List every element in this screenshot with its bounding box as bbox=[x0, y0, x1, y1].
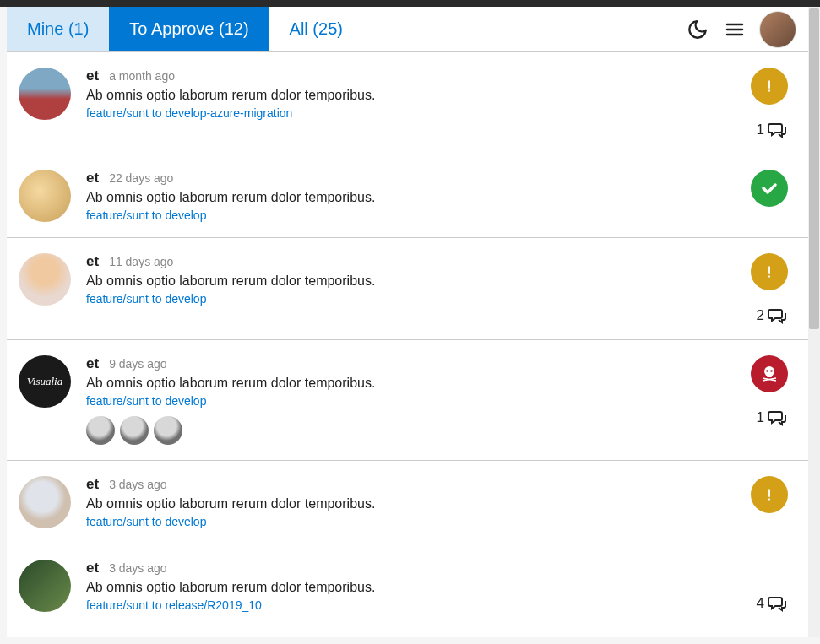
comment-count[interactable]: 2 bbox=[757, 307, 788, 324]
pr-body: et a month ago Ab omnis optio laborum re… bbox=[86, 68, 722, 138]
pr-body: et 11 days ago Ab omnis optio laborum re… bbox=[86, 253, 722, 324]
comments-icon bbox=[768, 409, 788, 426]
status-badge-warn bbox=[751, 68, 788, 105]
status-badge-ok bbox=[751, 170, 788, 207]
pr-header-line: et 9 days ago bbox=[86, 355, 722, 372]
pr-time: 22 days ago bbox=[109, 171, 173, 185]
pr-item[interactable]: Visualia et 9 days ago Ab omnis optio la… bbox=[7, 340, 808, 461]
pr-item[interactable]: et 11 days ago Ab omnis optio laborum re… bbox=[7, 238, 808, 340]
exclamation-icon bbox=[760, 262, 779, 281]
svg-rect-6 bbox=[767, 375, 772, 377]
pr-side: 1 bbox=[737, 355, 788, 445]
avatar-text: Visualia bbox=[27, 375, 62, 388]
pr-branch[interactable]: feature/sunt to develop bbox=[86, 292, 722, 306]
author-avatar bbox=[19, 68, 71, 120]
pr-list: et a month ago Ab omnis optio laborum re… bbox=[7, 52, 808, 637]
reviewer-avatar[interactable] bbox=[154, 416, 182, 445]
reviewer-avatars bbox=[86, 416, 722, 445]
tab-mine[interactable]: Mine (1) bbox=[7, 7, 109, 51]
pr-description: Ab omnis optio laborum rerum dolor tempo… bbox=[86, 190, 722, 205]
pr-item[interactable]: et 3 days ago Ab omnis optio laborum rer… bbox=[7, 544, 808, 627]
pr-title: et bbox=[86, 355, 99, 372]
pr-header-line: et 3 days ago bbox=[86, 560, 722, 576]
exclamation-icon bbox=[760, 485, 779, 504]
pr-description: Ab omnis optio laborum rerum dolor tempo… bbox=[86, 273, 722, 289]
check-icon bbox=[759, 178, 779, 198]
exclamation-icon bbox=[760, 77, 779, 95]
header: Mine (1) To Approve (12) All (25) bbox=[7, 7, 808, 52]
status-badge-warn bbox=[751, 253, 788, 290]
pr-side: 2 bbox=[737, 253, 788, 324]
status-badge-danger bbox=[751, 355, 788, 392]
pr-description: Ab omnis optio laborum rerum dolor tempo… bbox=[86, 580, 722, 595]
hamburger-icon bbox=[725, 19, 745, 40]
comment-number: 4 bbox=[757, 595, 764, 612]
pr-item[interactable]: et 22 days ago Ab omnis optio laborum re… bbox=[7, 154, 808, 238]
pr-title: et bbox=[86, 560, 99, 576]
pr-item[interactable]: et a month ago Ab omnis optio laborum re… bbox=[7, 52, 808, 154]
pr-branch[interactable]: feature/sunt to develop bbox=[86, 208, 722, 222]
author-avatar: Visualia bbox=[19, 355, 71, 408]
pr-body: et 22 days ago Ab omnis optio laborum re… bbox=[86, 170, 722, 222]
comment-count[interactable]: 4 bbox=[757, 595, 788, 612]
pr-time: 3 days ago bbox=[109, 478, 167, 491]
comment-number: 1 bbox=[757, 409, 764, 426]
svg-point-5 bbox=[770, 370, 773, 372]
comments-icon bbox=[768, 122, 788, 138]
scrollbar-thumb[interactable] bbox=[809, 8, 819, 329]
user-avatar[interactable] bbox=[759, 11, 796, 48]
dark-mode-toggle[interactable] bbox=[685, 17, 710, 42]
pr-time: 11 days ago bbox=[109, 255, 173, 268]
pr-branch[interactable]: feature/sunt to develop-azure-migration bbox=[86, 106, 722, 120]
header-icons bbox=[685, 11, 808, 48]
author-avatar bbox=[19, 476, 71, 528]
pr-side: 4 bbox=[737, 560, 788, 612]
tab-to-approve[interactable]: To Approve (12) bbox=[109, 7, 269, 51]
pr-body: et 9 days ago Ab omnis optio laborum rer… bbox=[86, 355, 722, 445]
reviewer-avatar[interactable] bbox=[120, 416, 149, 445]
app-container: Mine (1) To Approve (12) All (25) et a m… bbox=[7, 7, 808, 637]
pr-title: et bbox=[86, 253, 99, 270]
window-chrome-top bbox=[0, 0, 820, 7]
pr-description: Ab omnis optio laborum rerum dolor tempo… bbox=[86, 88, 722, 103]
pr-side: 1 bbox=[737, 68, 788, 138]
pr-time: a month ago bbox=[109, 69, 175, 83]
author-avatar bbox=[19, 253, 71, 306]
svg-point-4 bbox=[766, 370, 768, 372]
comments-icon bbox=[768, 595, 788, 612]
pr-side bbox=[737, 476, 788, 528]
pr-body: et 3 days ago Ab omnis optio laborum rer… bbox=[86, 560, 722, 612]
comment-count[interactable]: 1 bbox=[757, 122, 788, 138]
pr-branch[interactable]: feature/sunt to develop bbox=[86, 515, 722, 528]
author-avatar bbox=[19, 560, 71, 612]
comment-number: 2 bbox=[757, 307, 764, 324]
pr-item[interactable]: et 3 days ago Ab omnis optio laborum rer… bbox=[7, 461, 808, 544]
skull-icon bbox=[759, 364, 779, 384]
author-avatar bbox=[19, 170, 71, 222]
tab-all[interactable]: All (25) bbox=[269, 7, 363, 51]
pr-description: Ab omnis optio laborum rerum dolor tempo… bbox=[86, 496, 722, 511]
pr-time: 9 days ago bbox=[109, 357, 167, 371]
pr-branch[interactable]: feature/sunt to release/R2019_10 bbox=[86, 598, 722, 612]
menu-button[interactable] bbox=[722, 17, 747, 42]
comment-number: 1 bbox=[757, 122, 764, 138]
pr-header-line: et 22 days ago bbox=[86, 170, 722, 187]
status-badge-warn bbox=[751, 476, 788, 513]
pr-title: et bbox=[86, 68, 99, 84]
moon-icon bbox=[687, 19, 709, 41]
comment-count[interactable]: 1 bbox=[757, 409, 788, 426]
pr-title: et bbox=[86, 170, 99, 187]
tabs: Mine (1) To Approve (12) All (25) bbox=[7, 7, 363, 51]
pr-branch[interactable]: feature/sunt to develop bbox=[86, 394, 722, 408]
scrollbar[interactable] bbox=[808, 7, 820, 637]
pr-time: 3 days ago bbox=[109, 561, 167, 575]
reviewer-avatar[interactable] bbox=[86, 416, 115, 445]
pr-body: et 3 days ago Ab omnis optio laborum rer… bbox=[86, 476, 722, 528]
pr-title: et bbox=[86, 476, 99, 493]
pr-description: Ab omnis optio laborum rerum dolor tempo… bbox=[86, 376, 722, 391]
comments-icon bbox=[768, 307, 788, 324]
pr-header-line: et a month ago bbox=[86, 68, 722, 84]
pr-side bbox=[737, 170, 788, 222]
pr-header-line: et 3 days ago bbox=[86, 476, 722, 493]
pr-header-line: et 11 days ago bbox=[86, 253, 722, 270]
